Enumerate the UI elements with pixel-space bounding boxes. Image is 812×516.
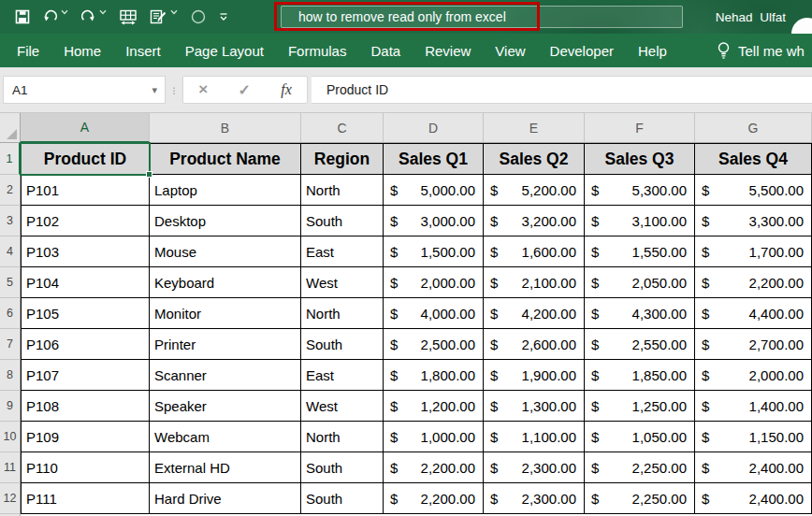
cell-region[interactable]: East	[301, 360, 384, 391]
insert-function-icon[interactable]: fx	[281, 81, 292, 98]
cell-product-id[interactable]: P102	[21, 206, 150, 236]
cell-sales-q2[interactable]: $ 1,600.00	[484, 236, 585, 267]
cell-a1-selected[interactable]: Product ID	[21, 143, 150, 175]
save-icon[interactable]	[15, 9, 30, 24]
name-box[interactable]: A1 ▾	[3, 76, 166, 104]
column-header-f[interactable]: F	[585, 113, 695, 143]
row-header-1[interactable]: 1	[0, 143, 21, 175]
cell-region[interactable]: East	[301, 236, 384, 267]
search-box[interactable]: how to remove read only from excel	[281, 6, 683, 28]
cell-product-name[interactable]: Scanner	[150, 360, 301, 391]
tab-data[interactable]: Data	[370, 43, 400, 59]
cancel-icon[interactable]: ×	[198, 80, 208, 99]
redo-button[interactable]	[80, 9, 107, 24]
cell-sales-q3[interactable]: $ 1,550.00	[585, 236, 695, 267]
cell-product-name[interactable]: Monitor	[150, 298, 301, 329]
cell-sales-q2[interactable]: $ 2,300.00	[484, 483, 585, 514]
tab-formulas[interactable]: Formulas	[288, 43, 347, 59]
cell-product-name[interactable]: Keyboard	[150, 267, 301, 298]
cell-region[interactable]: South	[301, 329, 384, 360]
row-header[interactable]: 10	[0, 422, 21, 452]
table-autofit-icon[interactable]	[119, 9, 138, 25]
cell-sales-q1[interactable]: $ 2,500.00	[384, 329, 484, 360]
cell-sales-q3[interactable]: $ 1,850.00	[585, 360, 695, 391]
cell-product-id[interactable]: P111	[21, 483, 150, 514]
column-header-c[interactable]: C	[301, 113, 384, 143]
column-header-b[interactable]: B	[150, 113, 301, 143]
cell-sales-q3[interactable]: $ 2,250.00	[585, 483, 695, 514]
tab-help[interactable]: Help	[638, 43, 667, 59]
row-header[interactable]: 2	[0, 175, 21, 206]
cell-sales-q1[interactable]: $ 4,000.00	[384, 298, 484, 329]
row-header[interactable]: 9	[0, 391, 21, 422]
cell-region[interactable]: South	[301, 206, 384, 236]
cell-sales-q1[interactable]: $ 2,200.00	[384, 483, 484, 514]
row-header[interactable]: 11	[0, 452, 21, 483]
tab-file[interactable]: File	[17, 43, 39, 59]
tab-home[interactable]: Home	[64, 43, 101, 59]
cell-product-name[interactable]: Mouse	[150, 236, 301, 267]
cell-g1[interactable]: Sales Q4	[695, 143, 812, 175]
cell-sales-q4[interactable]: $ 3,300.00	[695, 206, 812, 236]
column-header-d[interactable]: D	[384, 113, 484, 143]
cell-sales-q2[interactable]: $ 5,200.00	[484, 175, 585, 206]
cell-sales-q3[interactable]: $ 1,050.00	[585, 422, 695, 452]
row-header[interactable]: 3	[0, 206, 21, 236]
cell-sales-q1[interactable]: $ 5,000.00	[384, 175, 484, 206]
cell-product-name[interactable]: Webcam	[150, 422, 301, 452]
cell-product-id[interactable]: P101	[21, 175, 150, 206]
cell-sales-q1[interactable]: $ 1,500.00	[384, 236, 484, 267]
cell-sales-q2[interactable]: $ 2,600.00	[484, 329, 585, 360]
cell-sales-q3[interactable]: $ 5,300.00	[585, 175, 695, 206]
tab-page-layout[interactable]: Page Layout	[185, 43, 264, 59]
cell-sales-q2[interactable]: $ 1,900.00	[484, 360, 585, 391]
cell-sales-q2[interactable]: $ 4,200.00	[484, 298, 585, 329]
cell-sales-q3[interactable]: $ 2,050.00	[585, 267, 695, 298]
cell-sales-q4[interactable]: $ 1,700.00	[695, 236, 812, 267]
form-edit-button[interactable]	[150, 9, 178, 25]
cell-product-name[interactable]: Laptop	[150, 175, 301, 206]
cell-sales-q3[interactable]: $ 3,100.00	[585, 206, 695, 236]
enter-icon[interactable]: ✓	[238, 81, 250, 99]
row-header[interactable]: 12	[0, 483, 21, 514]
column-header-g[interactable]: G	[695, 113, 812, 143]
cell-c1[interactable]: Region	[301, 143, 384, 175]
tab-developer[interactable]: Developer	[550, 43, 614, 59]
cell-f1[interactable]: Sales Q3	[585, 143, 695, 175]
cell-sales-q4[interactable]: $ 5,500.00	[695, 175, 812, 206]
tab-review[interactable]: Review	[425, 43, 471, 59]
cell-region[interactable]: North	[301, 175, 384, 206]
cell-sales-q3[interactable]: $ 4,300.00	[585, 298, 695, 329]
oval-shape-icon[interactable]	[190, 8, 207, 25]
row-header[interactable]: 6	[0, 298, 21, 329]
cell-sales-q2[interactable]: $ 3,200.00	[484, 206, 585, 236]
tab-view[interactable]: View	[495, 43, 525, 59]
cell-product-id[interactable]: P110	[21, 452, 150, 483]
cell-sales-q4[interactable]: $ 1,150.00	[695, 422, 812, 452]
customize-qat-icon[interactable]	[219, 12, 228, 22]
cell-sales-q2[interactable]: $ 2,100.00	[484, 267, 585, 298]
cell-region[interactable]: South	[301, 483, 384, 514]
row-header[interactable]: 8	[0, 360, 21, 391]
cell-product-name[interactable]: External HD	[150, 452, 301, 483]
cell-sales-q4[interactable]: $ 2,400.00	[695, 483, 812, 514]
cell-product-id[interactable]: P107	[21, 360, 150, 391]
cell-sales-q4[interactable]: $ 2,400.00	[695, 452, 812, 483]
formula-bar-divider[interactable]: ⁝	[166, 83, 182, 97]
cell-d1[interactable]: Sales Q1	[384, 143, 484, 175]
cell-sales-q1[interactable]: $ 2,200.00	[384, 452, 484, 483]
row-header[interactable]: 7	[0, 329, 21, 360]
cell-product-id[interactable]: P106	[21, 329, 150, 360]
cell-sales-q3[interactable]: $ 2,550.00	[585, 329, 695, 360]
cell-sales-q2[interactable]: $ 1,100.00	[484, 422, 585, 452]
cell-sales-q4[interactable]: $ 2,200.00	[695, 267, 812, 298]
cell-sales-q3[interactable]: $ 2,250.00	[585, 452, 695, 483]
cell-region[interactable]: North	[301, 298, 384, 329]
formula-input[interactable]: Product ID	[312, 76, 812, 104]
row-header[interactable]: 5	[0, 267, 21, 298]
row-header[interactable]: 4	[0, 236, 21, 267]
cell-product-id[interactable]: P105	[21, 298, 150, 329]
cell-region[interactable]: West	[301, 391, 384, 422]
cell-sales-q4[interactable]: $ 2,700.00	[695, 329, 812, 360]
column-header-e[interactable]: E	[484, 113, 585, 143]
